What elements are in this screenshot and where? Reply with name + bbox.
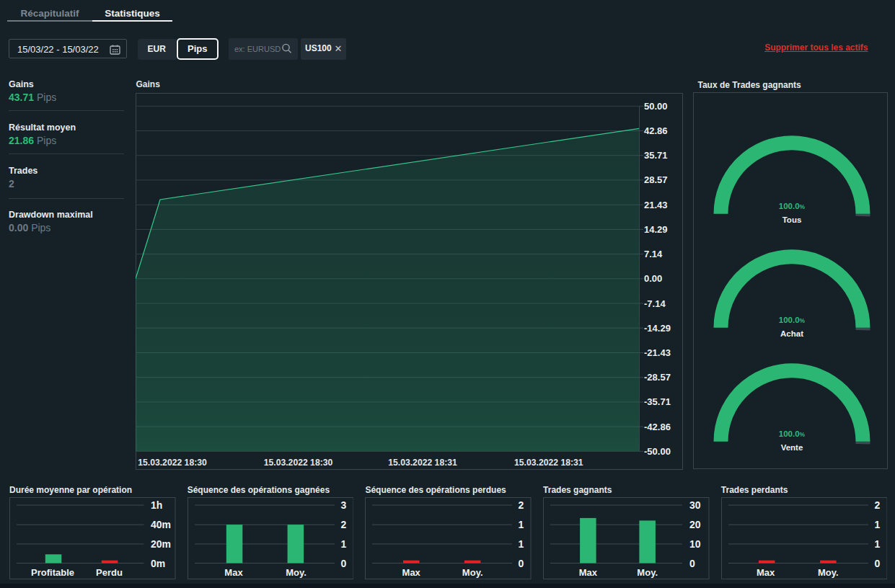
svg-text:1: 1 (874, 519, 880, 530)
svg-text:40m: 40m (151, 519, 171, 530)
svg-text:0: 0 (519, 558, 524, 569)
svg-text:Moy.: Moy. (286, 567, 307, 578)
svg-text:2: 2 (519, 499, 524, 511)
svg-text:2: 2 (874, 499, 880, 511)
svg-text:0: 0 (689, 558, 695, 569)
svg-text:Perdu: Perdu (96, 567, 123, 578)
svg-text:Moy.: Moy. (818, 567, 839, 578)
svg-text:15.03.2022 18:30: 15.03.2022 18:30 (138, 458, 207, 468)
svg-text:-21.43: -21.43 (644, 347, 671, 358)
svg-text:7.14: 7.14 (644, 249, 663, 259)
svg-text:0: 0 (340, 558, 346, 569)
svg-text:-14.29: -14.29 (644, 322, 671, 333)
svg-text:Max: Max (402, 567, 421, 578)
svg-text:15.03.2022 18:30: 15.03.2022 18:30 (264, 458, 333, 468)
svg-text:28.57: 28.57 (644, 174, 668, 185)
svg-text:14.29: 14.29 (644, 223, 668, 234)
svg-text:Moy.: Moy. (462, 567, 483, 578)
svg-text:100.0%: 100.0% (779, 202, 806, 210)
svg-text:1: 1 (874, 538, 880, 550)
svg-text:100.0%: 100.0% (779, 316, 806, 324)
svg-text:-7.14: -7.14 (644, 298, 666, 308)
svg-text:1: 1 (519, 519, 524, 530)
svg-text:20: 20 (689, 519, 701, 530)
svg-text:-50.00: -50.00 (644, 445, 671, 456)
svg-text:0.00: 0.00 (644, 273, 662, 284)
svg-text:-42.86: -42.86 (644, 421, 671, 432)
svg-text:Vente: Vente (781, 443, 803, 452)
svg-text:Max: Max (224, 567, 243, 578)
svg-text:-35.71: -35.71 (644, 396, 671, 407)
svg-text:42.86: 42.86 (644, 125, 668, 136)
svg-text:0: 0 (874, 558, 880, 569)
svg-text:21.43: 21.43 (644, 199, 668, 210)
svg-text:3: 3 (340, 499, 346, 511)
svg-text:-28.57: -28.57 (644, 372, 671, 383)
svg-text:Moy.: Moy. (637, 567, 658, 578)
svg-text:2: 2 (340, 519, 346, 530)
svg-text:Tous: Tous (782, 215, 802, 224)
svg-text:15.03.2022 18:31: 15.03.2022 18:31 (388, 458, 457, 468)
svg-text:10: 10 (689, 538, 701, 550)
svg-text:Achat: Achat (780, 329, 803, 338)
svg-text:100.0%: 100.0% (779, 429, 806, 438)
svg-text:1h: 1h (151, 499, 162, 511)
svg-text:1: 1 (340, 538, 346, 550)
svg-text:35.71: 35.71 (644, 150, 668, 161)
svg-text:15.03.2022 18:31: 15.03.2022 18:31 (514, 458, 583, 468)
svg-text:20m: 20m (151, 538, 171, 550)
svg-text:1: 1 (519, 538, 524, 550)
svg-text:Profitable: Profitable (31, 567, 74, 578)
svg-text:0m: 0m (151, 558, 165, 569)
svg-text:30: 30 (689, 499, 701, 511)
svg-text:Max: Max (579, 567, 598, 578)
svg-text:50.00: 50.00 (644, 100, 668, 111)
svg-text:Max: Max (757, 567, 775, 578)
